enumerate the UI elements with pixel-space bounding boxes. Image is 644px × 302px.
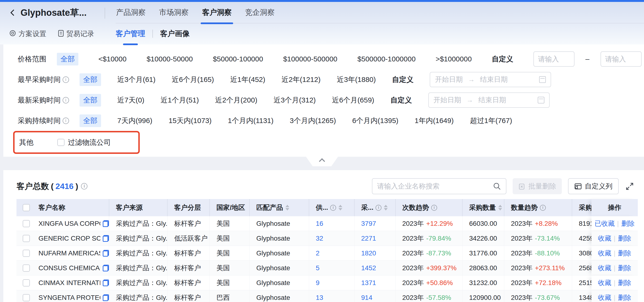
filter-option[interactable]: 近2年(1212) [282, 75, 320, 84]
filter-option[interactable]: 近3个月(312) [274, 95, 316, 105]
delete-link[interactable]: 删除 [618, 249, 631, 258]
customer-name[interactable]: NUFARM AMERICAS, [38, 250, 100, 257]
row-checkbox[interactable] [23, 220, 30, 227]
filter-option[interactable]: 15天内(1073) [169, 116, 212, 126]
back-button[interactable] [9, 8, 17, 17]
delete-link[interactable]: 删除 [618, 264, 631, 272]
filter-option[interactable]: 1个月内(1131) [228, 116, 274, 126]
price-input[interactable] [600, 51, 642, 67]
favorite-link[interactable]: 收藏 [598, 234, 611, 243]
copy-icon[interactable] [103, 235, 109, 242]
search-input[interactable] [377, 182, 493, 190]
purchases-count-link[interactable]: 1820 [361, 250, 376, 257]
purchases-count-link[interactable]: 1452 [361, 264, 376, 272]
customer-name[interactable]: CINMAX INTERNATIO [38, 279, 100, 287]
copy-icon[interactable] [103, 220, 109, 227]
row-checkbox[interactable] [23, 235, 30, 242]
batch-delete-button[interactable]: 批量删除 [512, 178, 562, 194]
filter-option[interactable]: 6个月内(1395) [352, 116, 398, 126]
subtab-0[interactable]: 客户管理 [116, 29, 145, 39]
purchases-count-link[interactable]: 914 [361, 294, 372, 302]
favorite-link[interactable]: 收藏 [598, 278, 611, 288]
suppliers-count-link[interactable]: 32 [316, 234, 323, 242]
row-checkbox[interactable] [23, 264, 30, 272]
tab-3[interactable]: 竞企洞察 [244, 2, 275, 23]
info-icon[interactable]: i [376, 205, 382, 211]
filter-option[interactable]: 超过1年(767) [470, 116, 512, 126]
sort-icon[interactable] [286, 205, 289, 210]
purchases-count-link[interactable]: 2271 [361, 234, 376, 242]
customer-name[interactable]: SYNGENTA PROTEC [38, 294, 100, 302]
customer-name[interactable]: GENERIC CROP SCI [38, 234, 100, 242]
date-range-picker[interactable]: 开始日期→结束日期 [428, 92, 550, 108]
filter-option[interactable]: 近7天(0) [117, 95, 144, 105]
filter-option[interactable]: >$1000000 [436, 55, 472, 63]
filter-option[interactable]: $50000-100000 [213, 55, 263, 63]
filter-option[interactable]: $10000-50000 [147, 55, 193, 63]
copy-icon[interactable] [103, 265, 109, 272]
filter-option[interactable]: 全部 [80, 94, 101, 106]
favorite-link[interactable]: 收藏 [598, 249, 611, 258]
filter-option[interactable]: 全部 [80, 73, 101, 86]
date-range-picker[interactable]: 开始日期→结束日期 [430, 72, 551, 87]
purchases-count-link[interactable]: 1371 [361, 279, 376, 287]
suppliers-count-link[interactable]: 9 [316, 279, 320, 287]
custom-columns-button[interactable]: 自定义列 [568, 178, 619, 194]
suppliers-count-link[interactable]: 13 [316, 294, 323, 302]
subtab-1[interactable]: 客户画像 [160, 29, 190, 39]
checkbox[interactable] [57, 139, 64, 146]
filter-option[interactable]: 近6个月(659) [332, 95, 374, 105]
suppliers-count-link[interactable]: 5 [316, 264, 320, 272]
delete-link[interactable]: 删除 [618, 293, 631, 302]
filter-option[interactable]: $500000-1000000 [357, 55, 416, 63]
filter-option[interactable]: 近6个月(165) [172, 75, 214, 84]
fullscreen-icon[interactable] [625, 182, 634, 191]
tab-0[interactable]: 产品洞察 [116, 2, 146, 23]
price-input[interactable] [534, 51, 574, 67]
info-icon[interactable]: i [81, 183, 88, 190]
filter-option[interactable]: 7天内(996) [117, 116, 152, 126]
delete-link[interactable]: 删除 [618, 278, 631, 288]
tab-1[interactable]: 市场洞察 [158, 2, 189, 23]
search-icon[interactable] [493, 182, 501, 190]
info-icon[interactable]: i [540, 205, 546, 211]
sort-icon[interactable] [498, 205, 502, 210]
copy-icon[interactable] [103, 294, 109, 301]
info-icon[interactable]: i [62, 118, 69, 124]
copy-icon[interactable] [103, 280, 109, 286]
delete-link[interactable]: 删除 [618, 234, 631, 243]
filter-option[interactable]: 近3个月(61) [117, 75, 156, 84]
suppliers-count-link[interactable]: 2 [316, 250, 320, 257]
customer-name[interactable]: CONSUS CHEMICAL [38, 264, 100, 272]
sort-icon[interactable] [338, 205, 342, 210]
header-action-0[interactable]: 方案设置 [9, 29, 46, 39]
copy-icon[interactable] [103, 250, 109, 256]
row-checkbox[interactable] [23, 294, 30, 301]
filter-option[interactable]: 1年内(1649) [415, 116, 454, 126]
collapse-filters-button[interactable] [306, 157, 338, 166]
favorite-link[interactable]: 已收藏 [594, 219, 614, 228]
row-checkbox[interactable] [23, 279, 30, 286]
info-icon[interactable]: i [431, 205, 437, 211]
sort-icon[interactable] [384, 205, 388, 210]
filter-logistics-checkbox[interactable]: 过滤物流公司 [57, 138, 111, 148]
row-checkbox[interactable] [23, 250, 30, 257]
filter-option[interactable]: <$10000 [98, 55, 126, 63]
filter-option[interactable]: 近1个月(51) [160, 95, 199, 105]
info-icon[interactable]: i [62, 97, 69, 104]
tab-2[interactable]: 客户洞察 [202, 2, 232, 23]
filter-option[interactable]: $100000-500000 [283, 55, 337, 63]
favorite-link[interactable]: 收藏 [598, 293, 611, 302]
purchases-count-link[interactable]: 3797 [361, 220, 376, 228]
filter-option[interactable]: 全部 [57, 53, 78, 66]
favorite-link[interactable]: 收藏 [598, 264, 611, 272]
filter-option[interactable]: 近2个月(200) [215, 95, 257, 105]
filter-option[interactable]: 3个月内(1265) [290, 116, 336, 126]
select-all-checkbox[interactable] [23, 204, 30, 211]
customer-name[interactable]: XINGFA USA CORPO [38, 220, 100, 228]
delete-link[interactable]: 删除 [621, 219, 635, 228]
filter-option[interactable]: 近3年(1880) [337, 75, 376, 84]
filter-option[interactable]: 近1年(452) [230, 75, 266, 84]
info-icon[interactable]: i [330, 205, 336, 211]
info-icon[interactable]: i [62, 76, 69, 83]
